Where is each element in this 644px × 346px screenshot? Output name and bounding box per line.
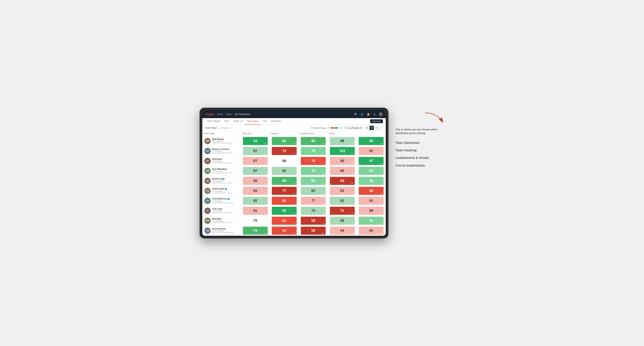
- nav-home[interactable]: Home: [217, 112, 223, 116]
- score-change: 1▲: [322, 173, 324, 174]
- score-value: 89: [369, 209, 373, 213]
- player-name: Aaron Nicholls: [212, 228, 240, 230]
- download-button[interactable]: ↓: [379, 126, 383, 130]
- tab-pga[interactable]: PGA: [222, 118, 231, 125]
- score-value: 80: [311, 179, 315, 183]
- player-info-cell[interactable]: DBDave Billingham1-5 HandicapGog Magog G…: [202, 167, 241, 175]
- tab-team-clippd[interactable]: Team Clippd: [245, 118, 261, 125]
- score-cell: 814▲: [328, 196, 357, 206]
- score-change: 1▲: [322, 192, 324, 194]
- avatar: DF: [204, 178, 211, 184]
- player-details: Dave Billingham1-5 HandicapGog Magog Gol…: [212, 168, 240, 174]
- score-value: 77: [311, 199, 315, 203]
- player-info-cell[interactable]: ECEdward Crossman1-5 HandicapSunningdale…: [202, 147, 241, 155]
- player-info-cell[interactable]: DFDavid Ford✓Plus HandicapRoyal North De…: [202, 177, 241, 185]
- col-player-quality[interactable]: Player Quality ↕: [202, 132, 241, 135]
- heatmap-view-button[interactable]: ▦: [370, 126, 374, 130]
- annotation-menu-list: Team Dashboard Team Heatmap Leaderboards…: [396, 139, 444, 170]
- score-cell: 854▼: [357, 226, 386, 236]
- table-row: CQCharlie Quick✓6-10 HandicapSt. George'…: [202, 186, 386, 196]
- add-team-button[interactable]: Add Team: [370, 119, 383, 123]
- verified-badge: ✓: [228, 198, 230, 200]
- score-cell: 913▼: [357, 196, 386, 206]
- score-box: 941▲: [359, 167, 384, 175]
- player-info-cell[interactable]: CRChris Robertson✓1-5 HandicapCraigmilla…: [202, 197, 241, 205]
- score-box: 871▲: [243, 147, 268, 155]
- score-cell: 923▼: [357, 146, 386, 156]
- tab-all-players[interactable]: All Players: [269, 118, 283, 125]
- score-cell: 7311▼: [270, 146, 299, 156]
- search-icon[interactable]: 🔍: [354, 112, 358, 116]
- player-info-cell[interactable]: JCJosh Coles1-5 HandicapRoyal North Devo…: [202, 206, 241, 215]
- column-headers: Player Quality ↕ Off the Tee ↕ Approach …: [202, 131, 386, 136]
- score-change: 1▼: [352, 143, 354, 144]
- edit-team-icon[interactable]: ✎: [231, 127, 232, 129]
- settings-icon[interactable]: ⚙: [372, 112, 376, 116]
- score-box: 833▼: [243, 187, 268, 195]
- score-change: 3▲: [264, 202, 266, 204]
- score-value: 87: [254, 169, 257, 173]
- score-box: 741▲: [301, 167, 326, 175]
- score-change: 10▲: [322, 232, 324, 234]
- verified-badge: ✓: [222, 178, 224, 180]
- score-value: 75: [311, 209, 315, 213]
- player-handicap: 11-15 Handicap: [212, 230, 240, 232]
- score-change: 14▼: [292, 192, 296, 194]
- score-box: 939▲: [243, 137, 268, 145]
- player-club: Sunningdale Golf Club, United Kingdom: [212, 152, 235, 154]
- score-value: 80: [311, 189, 315, 193]
- sort-arrow: ↕: [279, 133, 280, 134]
- score-box: 853▼: [243, 177, 268, 185]
- score-change: 9▲: [264, 143, 266, 144]
- tab-tour[interactable]: Tour: [261, 118, 269, 125]
- player-info-cell[interactable]: BMBlair McHargPlus HandicapRoyal North D…: [202, 137, 241, 145]
- score-value: 95: [369, 139, 373, 143]
- col-off-tee[interactable]: Off the Tee ↕: [241, 132, 270, 135]
- team-name: Team Clippd: [205, 127, 217, 129]
- score-change: 6▼: [352, 192, 354, 194]
- change-negative: -5: [328, 127, 330, 129]
- score-box: 584▲: [301, 217, 326, 225]
- col-around-green[interactable]: Around the Green ↕: [299, 132, 328, 135]
- grid-view-button[interactable]: ⊞: [365, 126, 369, 130]
- score-change: 9▲: [322, 153, 324, 154]
- tab-hcaps[interactable]: Hcaps 1-5: [231, 118, 245, 125]
- player-details: Matt Miller6-10 HandicapWoburn Golf Club…: [212, 218, 240, 223]
- score-cell: 5810▲: [299, 226, 328, 236]
- player-info-cell[interactable]: CQCharlie Quick✓6-10 HandicapSt. George'…: [202, 187, 241, 195]
- col-putting[interactable]: Putting ↕: [328, 132, 357, 135]
- score-box: 7311▼: [272, 147, 296, 155]
- annotation-item-team-heatmap: Team Heatmap: [396, 147, 444, 154]
- tab-pgat-players[interactable]: PGAT Players: [205, 118, 222, 125]
- score-cell: 836▼: [328, 186, 357, 196]
- verified-badge: ✓: [225, 188, 227, 190]
- score-box: 963▲: [359, 177, 384, 185]
- player-info-cell[interactable]: ANAaron Nicholls11-15 HandicapDrift Golf…: [202, 226, 241, 235]
- score-cell: 8421▲: [328, 226, 357, 236]
- bell-icon[interactable]: 🔔: [366, 112, 370, 116]
- annotation-description: This is where you can choose which dashb…: [396, 128, 444, 135]
- nav-teams[interactable]: Teams: [226, 112, 232, 116]
- nav-my-performance[interactable]: My Performance: [235, 112, 250, 116]
- score-cell: 846▲: [270, 136, 299, 146]
- player-name: Chris Robertson✓: [212, 198, 240, 200]
- user-avatar[interactable]: U: [379, 112, 383, 116]
- score-cell: 7714▼: [270, 186, 299, 196]
- score-cell: 858▲: [299, 136, 328, 146]
- score-change: 1▼: [294, 232, 296, 234]
- player-info-cell[interactable]: EEElliot Ebert1-5 HandicapSunningdale Go…: [202, 157, 241, 165]
- score-value: 85: [254, 179, 257, 183]
- score-box: 958▲: [272, 207, 296, 215]
- player-info-cell[interactable]: MMMatt Miller6-10 HandicapWoburn Golf Cl…: [202, 216, 241, 225]
- score-value: 58: [311, 219, 315, 223]
- user-icon[interactable]: 👤: [360, 112, 364, 116]
- last-rounds-button[interactable]: 📋 Last Rounds: 20: [343, 126, 364, 130]
- score-value: 86: [340, 159, 344, 163]
- score-value: 75: [311, 159, 315, 163]
- score-box: 854▼: [359, 227, 384, 235]
- col-approach[interactable]: Approach ↕: [270, 132, 299, 135]
- list-view-button[interactable]: ☰: [374, 126, 378, 130]
- player-handicap: 1-5 Handicap: [212, 200, 240, 202]
- score-change: 2▲: [322, 212, 324, 214]
- score-box: 943▲: [359, 217, 384, 225]
